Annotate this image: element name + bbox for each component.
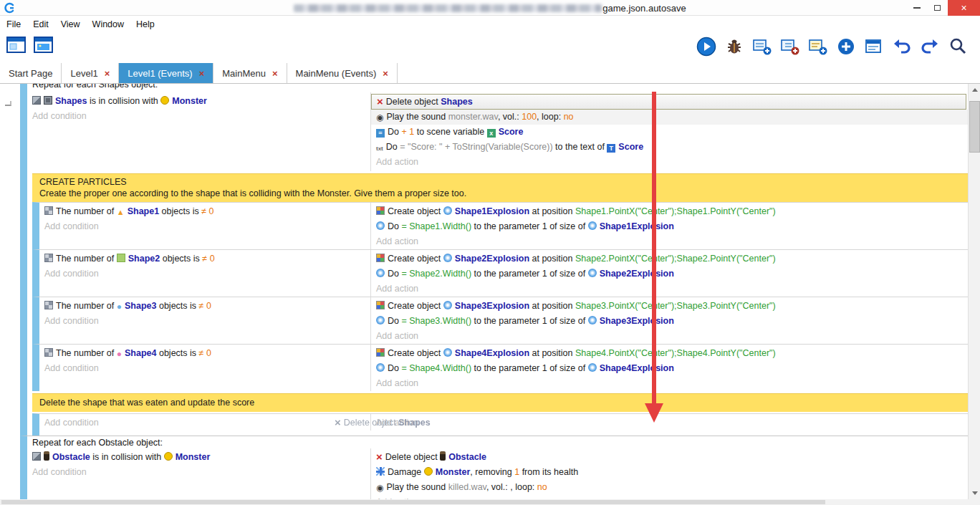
add-action-link[interactable]: Add action <box>371 234 968 249</box>
tab-mainmenu[interactable]: MainMenu × <box>213 63 287 83</box>
add-event-icon[interactable] <box>751 36 773 57</box>
debug-icon[interactable] <box>724 36 745 57</box>
action-set-score-text[interactable]: Do = "Score: " + ToString(Variable(Score… <box>371 140 968 155</box>
add-action-link[interactable]: Add action <box>371 415 968 431</box>
action-create-shape3explosion[interactable]: Create object Shape3Explosion at positio… <box>371 299 968 314</box>
vertical-scrollbar-thumb[interactable] <box>969 101 980 153</box>
add-action-link[interactable]: Add action <box>371 376 968 391</box>
shapes-icon <box>44 96 52 105</box>
collapse-toggle[interactable] <box>5 101 11 106</box>
close-icon[interactable]: × <box>948 0 980 16</box>
text-segment: Shapes <box>55 96 87 106</box>
scroll-up-arrow-icon[interactable] <box>969 84 980 96</box>
scene-window-icon[interactable] <box>6 34 27 56</box>
condition-obstacle-collision[interactable]: Obstacle is in collision with Monster <box>27 450 370 465</box>
condition-shape2-count[interactable]: The number of Shape2 objects is ≠ 0 <box>39 251 370 266</box>
undo-icon[interactable] <box>891 36 913 57</box>
condition-shape4-count[interactable]: The number of Shape4 objects is ≠ 0 <box>39 346 370 361</box>
score-variable-icon <box>487 129 496 138</box>
scroll-down-arrow-icon[interactable] <box>969 487 980 499</box>
comment-delete-shape[interactable]: Delete the shape that was eaten and upda… <box>32 393 968 412</box>
add-condition-link[interactable]: Add condition <box>27 465 370 480</box>
gdevelop-window: game.json.autosave × File Edit View Wind… <box>0 0 980 505</box>
tab-start-page[interactable]: Start Page <box>0 63 62 83</box>
action-play-sound[interactable]: Play the sound monster.wav, vol.: 100, l… <box>371 110 968 125</box>
add-condition-link[interactable]: Add condition <box>39 314 370 329</box>
text-segment: Score <box>499 127 524 137</box>
action-size-shape1explosion[interactable]: Do = Shape1.Width() to the parameter 1 o… <box>371 219 968 234</box>
subevent-shape1[interactable]: The number of Shape1 objects is ≠ 0 Add … <box>32 202 968 249</box>
action-size-shape2explosion[interactable]: Do = Shape2.Width() to the parameter 1 o… <box>371 266 968 282</box>
condition-shapes-collision[interactable]: Shapes is in collision with Monster <box>27 94 370 109</box>
menu-view[interactable]: View <box>55 17 86 32</box>
maximize-icon[interactable] <box>927 0 948 16</box>
explosion-icon <box>588 316 597 324</box>
image-window-icon[interactable] <box>33 34 54 56</box>
event-drop-target[interactable]: Add condition Add action Delete object S… <box>32 413 968 436</box>
scrollbar-corner <box>968 499 980 505</box>
explosion-icon <box>443 348 452 357</box>
text-segment: Create object <box>388 348 443 358</box>
redo-icon[interactable] <box>919 36 941 57</box>
menu-help[interactable]: Help <box>130 17 160 32</box>
menu-window[interactable]: Window <box>87 17 130 32</box>
condition-shape3-count[interactable]: The number of Shape3 objects is ≠ 0 <box>39 299 370 314</box>
menu-edit[interactable]: Edit <box>27 17 54 32</box>
horizontal-scrollbar[interactable] <box>0 499 968 505</box>
action-create-shape4explosion[interactable]: Create object Shape4Explosion at positio… <box>371 346 968 361</box>
action-delete-shapes[interactable]: Delete object Shapes <box>371 94 966 110</box>
action-delete-obstacle[interactable]: Delete object Obstacle <box>371 450 968 465</box>
tab-close-icon[interactable]: × <box>199 69 205 78</box>
text-segment: Shape3Explosion <box>455 301 529 311</box>
text-segment: Monster <box>176 452 211 462</box>
action-size-shape4explosion[interactable]: Do = Shape4.Width() to the parameter 1 o… <box>371 361 968 376</box>
tab-close-icon[interactable]: × <box>105 69 110 78</box>
shape1-icon <box>117 205 125 220</box>
action-create-shape2explosion[interactable]: Create object Shape2Explosion at positio… <box>371 251 968 266</box>
text-segment: Shape2Explosion <box>455 254 529 264</box>
repeat-header[interactable]: Repeat for each Shapes object: <box>27 84 968 90</box>
minimize-icon[interactable] <box>906 0 927 16</box>
tab-level1-events[interactable]: Level1 (Events) × <box>119 63 213 83</box>
horizontal-scrollbar-thumb[interactable] <box>1 500 825 504</box>
add-condition-link[interactable]: Add condition <box>39 266 370 282</box>
subevent-shape4[interactable]: The number of Shape4 objects is ≠ 0 Add … <box>32 344 968 391</box>
play-icon[interactable] <box>696 36 717 57</box>
add-condition-link[interactable]: Add condition <box>39 361 370 376</box>
condition-shape1-count[interactable]: The number of Shape1 objects is ≠ 0 <box>39 204 370 219</box>
subevent-shape2[interactable]: The number of Shape2 objects is ≠ 0 Add … <box>32 249 968 297</box>
event-repeat-shapes[interactable]: Repeat for each Shapes object: Shapes is… <box>20 84 968 436</box>
tab-level1[interactable]: Level1 × <box>62 63 119 83</box>
text-segment: Create object <box>388 254 443 264</box>
add-condition-link[interactable]: Add condition <box>39 415 370 431</box>
add-plus-icon[interactable] <box>835 36 857 57</box>
menu-file[interactable]: File <box>1 17 27 32</box>
text-segment: , vol.: <box>486 482 510 492</box>
tab-close-icon[interactable]: × <box>272 69 278 78</box>
menu-bar: File Edit View Window Help <box>0 16 980 32</box>
add-comment-icon[interactable] <box>807 36 829 57</box>
add-subevent-icon[interactable] <box>779 36 801 57</box>
add-action-link[interactable]: Add action <box>371 282 968 297</box>
subevent-shape3[interactable]: The number of Shape3 objects is ≠ 0 Add … <box>32 297 968 344</box>
action-create-shape1explosion[interactable]: Create object Shape1Explosion at positio… <box>371 204 968 219</box>
add-condition-link[interactable]: Add condition <box>27 109 370 124</box>
toggle-panel-icon[interactable] <box>863 36 885 57</box>
event-repeat-obstacle[interactable]: Repeat for each Obstacle object: Obstacl… <box>20 436 968 499</box>
text-segment: objects is <box>160 254 202 264</box>
add-action-link[interactable]: Add action <box>371 329 968 344</box>
repeat-header[interactable]: Repeat for each Obstacle object: <box>27 436 968 448</box>
add-condition-link[interactable]: Add condition <box>39 219 370 234</box>
action-damage-monster[interactable]: Damage Monster, removing 1 from its heal… <box>371 465 968 480</box>
search-icon[interactable] <box>947 36 969 57</box>
action-play-killed-sound[interactable]: Play the sound killed.wav, vol.: , loop:… <box>371 480 968 495</box>
text-segment: Shapes <box>398 418 430 428</box>
add-action-link[interactable]: Add action <box>371 155 968 170</box>
vertical-scrollbar[interactable] <box>968 84 980 499</box>
delete-icon <box>377 95 383 110</box>
action-add-score[interactable]: Do + 1 to scene variable Score <box>371 125 968 140</box>
tab-mainmenu-events[interactable]: MainMenu (Events) × <box>287 63 398 83</box>
comment-create-particles[interactable]: CREATE PARTICLES Create the proper one a… <box>32 173 968 202</box>
action-size-shape3explosion[interactable]: Do = Shape3.Width() to the parameter 1 o… <box>371 314 968 329</box>
tab-close-icon[interactable]: × <box>383 69 388 78</box>
